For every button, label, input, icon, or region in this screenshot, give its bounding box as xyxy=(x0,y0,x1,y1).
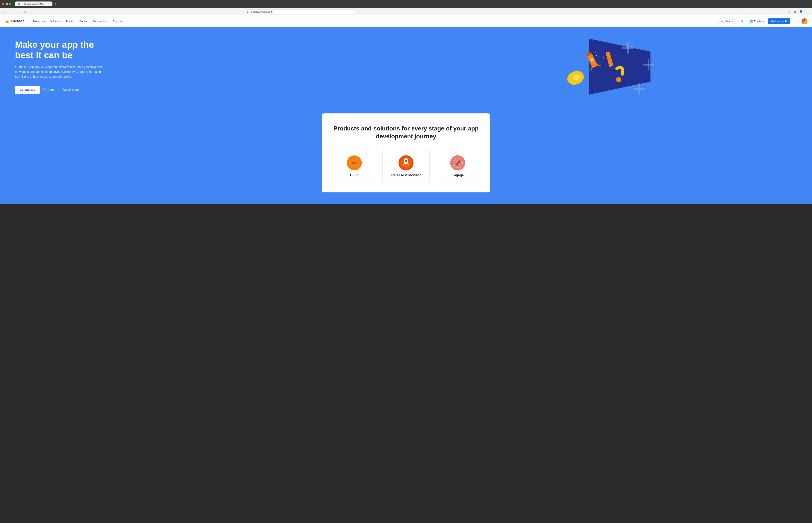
tab-bar: 🔥 Firebase | Google's Mobile ... ✕ + xyxy=(15,1,810,6)
traffic-light-green[interactable] xyxy=(9,3,11,5)
traffic-light-red[interactable] xyxy=(2,3,4,5)
browser-toolbar: ← → ↻ ⌂ 🔒 firebase.google.com ☆ 🧩 👤 ⋮ xyxy=(0,8,812,15)
nav-item-solutions[interactable]: Solutions xyxy=(48,18,63,24)
new-tab-button[interactable]: + xyxy=(53,1,58,6)
language-chevron-icon xyxy=(763,20,764,23)
theme-toggle-button[interactable]: ☀ xyxy=(739,18,746,25)
release-label: Release & Monitor xyxy=(391,173,421,177)
nav-right: 🔍 Search ☀ 🌐 English Go to console ⋮ xyxy=(717,18,808,25)
url-text: firebase.google.com xyxy=(251,10,272,13)
community-chevron-icon xyxy=(106,20,107,23)
products-card: Products and solutions for every stage o… xyxy=(322,113,490,193)
hero-title: Make your app the best it can be xyxy=(15,39,105,60)
user-avatar[interactable] xyxy=(801,18,808,24)
nav-logo[interactable]: Firebase xyxy=(4,19,24,24)
engage-label: Engage xyxy=(452,173,464,177)
hero-description: Firebase is an app development platform … xyxy=(15,65,105,79)
nav-item-community-label: Community xyxy=(92,20,106,23)
hero-illustration xyxy=(365,27,812,106)
website-content: Firebase Products Solutions Pricing Docs xyxy=(0,15,812,204)
svg-point-32 xyxy=(450,155,465,170)
nav-item-pricing[interactable]: Pricing xyxy=(64,18,76,24)
toolbar-actions: ☆ 🧩 👤 ⋮ xyxy=(787,9,810,14)
hero-section: Make your app the best it can be Firebas… xyxy=(0,27,812,106)
svg-point-17 xyxy=(596,55,597,56)
go-to-console-button[interactable]: Go to console xyxy=(768,18,790,24)
nav-item-solutions-label: Solutions xyxy=(50,20,61,23)
svg-point-31 xyxy=(405,160,407,162)
svg-point-21 xyxy=(603,57,604,58)
search-box[interactable]: 🔍 Search xyxy=(717,19,737,24)
nav-item-docs[interactable]: Docs xyxy=(77,18,89,24)
watch-video-button[interactable]: Watch video xyxy=(63,88,79,92)
engage-icon xyxy=(450,155,465,170)
lock-icon: 🔒 xyxy=(246,10,249,13)
main-nav: Firebase Products Solutions Pricing Docs xyxy=(0,15,812,27)
svg-point-18 xyxy=(598,53,599,54)
brand-name: Firebase xyxy=(11,19,24,23)
address-bar[interactable]: 🔒 firebase.google.com xyxy=(244,10,356,14)
globe-icon: 🌐 xyxy=(749,19,753,23)
nav-item-products-label: Products xyxy=(33,20,43,23)
bookmark-icon[interactable]: ☆ xyxy=(787,9,792,14)
docs-chevron-icon xyxy=(86,20,87,23)
search-label: Search xyxy=(725,20,733,23)
hero-actions: Get started Try demo | Watch video xyxy=(15,86,105,94)
extension-icon[interactable]: 🧩 xyxy=(793,9,798,14)
try-demo-button[interactable]: Try demo xyxy=(43,88,55,92)
svg-point-20 xyxy=(600,56,600,57)
products-section-title: Products and solutions for every stage o… xyxy=(331,125,481,140)
build-label: Build xyxy=(350,173,359,177)
build-icon: <> xyxy=(347,155,362,170)
cta-divider: | xyxy=(58,88,59,92)
nav-item-community[interactable]: Community xyxy=(90,18,110,24)
nav-item-pricing-label: Pricing xyxy=(66,20,74,23)
nav-item-products[interactable]: Products xyxy=(30,18,47,24)
hero-svg xyxy=(365,27,812,106)
home-button[interactable]: ⌂ xyxy=(22,9,28,14)
profile-icon[interactable]: 👤 xyxy=(798,9,804,14)
get-started-button[interactable]: Get started xyxy=(15,86,40,94)
tab-favicon: 🔥 xyxy=(18,3,20,5)
nav-items: Products Solutions Pricing Docs Communit… xyxy=(30,18,717,24)
browser-titlebar: 🔥 Firebase | Google's Mobile ... ✕ + xyxy=(0,0,812,8)
firebase-flame-icon xyxy=(4,19,10,24)
product-card-release[interactable]: Release & Monitor xyxy=(383,149,429,183)
traffic-lights xyxy=(2,3,11,5)
hero-content: Make your app the best it can be Firebas… xyxy=(15,39,105,94)
traffic-light-yellow[interactable] xyxy=(6,3,8,5)
nav-item-support[interactable]: Support xyxy=(110,18,124,24)
svg-point-19 xyxy=(595,52,596,53)
more-tools-icon[interactable]: ⋮ xyxy=(805,9,810,14)
language-label: English xyxy=(754,20,762,23)
svg-text:<>: <> xyxy=(352,161,356,165)
release-icon xyxy=(399,155,413,170)
nav-item-docs-label: Docs xyxy=(80,20,85,23)
tab-label: Firebase | Google's Mobile ... xyxy=(22,3,46,5)
products-section: Products and solutions for every stage o… xyxy=(0,106,812,204)
language-selector[interactable]: 🌐 English xyxy=(748,18,766,24)
active-tab[interactable]: 🔥 Firebase | Google's Mobile ... ✕ xyxy=(15,1,52,6)
product-card-engage[interactable]: Engage xyxy=(434,149,481,183)
reload-button[interactable]: ↻ xyxy=(16,9,21,14)
products-chevron-icon xyxy=(43,20,45,23)
product-card-build[interactable]: <> Build xyxy=(331,149,378,183)
back-button[interactable]: ← xyxy=(2,9,7,14)
forward-button[interactable]: → xyxy=(9,9,14,14)
svg-point-16 xyxy=(616,77,621,83)
tab-close-icon[interactable]: ✕ xyxy=(48,3,50,5)
browser-chrome: 🔥 Firebase | Google's Mobile ... ✕ + ← →… xyxy=(0,0,812,204)
nav-item-support-label: Support xyxy=(113,20,122,23)
search-icon: 🔍 xyxy=(720,20,724,23)
products-grid: <> Build xyxy=(331,149,481,183)
nav-more-button[interactable]: ⋮ xyxy=(793,18,799,25)
svg-point-22 xyxy=(601,60,602,60)
